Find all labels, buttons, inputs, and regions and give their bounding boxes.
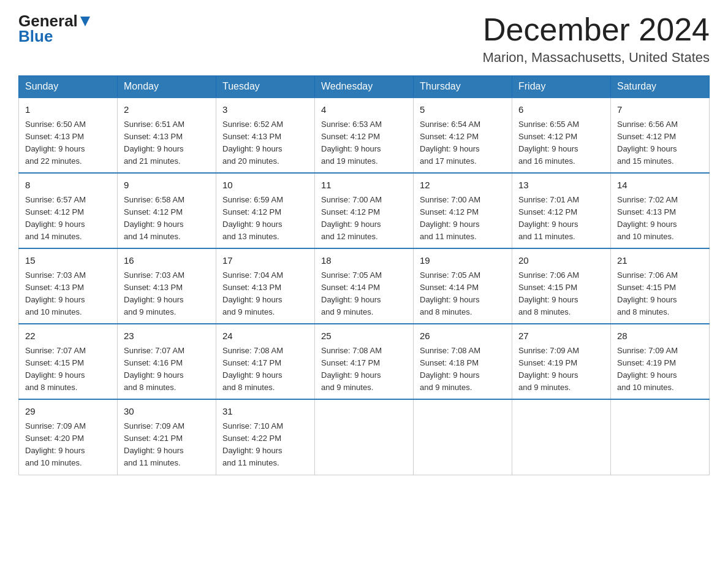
day-info: Sunrise: 7:09 AMSunset: 4:20 PMDaylight:… — [25, 420, 111, 470]
calendar-table: SundayMondayTuesdayWednesdayThursdayFrid… — [18, 75, 710, 475]
day-number: 8 — [25, 178, 111, 193]
header-day-thursday: Thursday — [414, 76, 512, 98]
header-day-friday: Friday — [512, 76, 611, 98]
header-day-saturday: Saturday — [611, 76, 710, 98]
day-number: 23 — [124, 329, 210, 343]
day-number: 16 — [124, 254, 210, 268]
header-day-tuesday: Tuesday — [216, 76, 315, 98]
calendar-cell: 26Sunrise: 7:08 AMSunset: 4:18 PMDayligh… — [414, 324, 512, 399]
day-info: Sunrise: 7:08 AMSunset: 4:18 PMDaylight:… — [420, 345, 506, 394]
calendar-cell: 31Sunrise: 7:10 AMSunset: 4:22 PMDayligh… — [216, 399, 315, 475]
calendar-week-row: 8Sunrise: 6:57 AMSunset: 4:12 PMDaylight… — [19, 173, 710, 248]
calendar-cell: 25Sunrise: 7:08 AMSunset: 4:17 PMDayligh… — [315, 324, 414, 399]
day-number: 6 — [518, 103, 604, 117]
calendar-cell: 9Sunrise: 6:58 AMSunset: 4:12 PMDaylight… — [118, 173, 216, 248]
calendar-week-row: 22Sunrise: 7:07 AMSunset: 4:15 PMDayligh… — [19, 324, 710, 399]
day-number: 9 — [124, 178, 210, 193]
svg-marker-0 — [80, 17, 90, 26]
calendar-cell: 28Sunrise: 7:09 AMSunset: 4:19 PMDayligh… — [611, 324, 710, 399]
calendar-cell: 18Sunrise: 7:05 AMSunset: 4:14 PMDayligh… — [315, 248, 414, 324]
logo-text-group: General Blue — [18, 12, 91, 45]
day-info: Sunrise: 7:07 AMSunset: 4:16 PMDaylight:… — [124, 345, 210, 394]
title-area: December 2024 Marion, Massachusetts, Uni… — [483, 12, 710, 66]
calendar-cell: 8Sunrise: 6:57 AMSunset: 4:12 PMDaylight… — [19, 173, 118, 248]
day-info: Sunrise: 7:08 AMSunset: 4:17 PMDaylight:… — [222, 345, 308, 394]
day-info: Sunrise: 6:58 AMSunset: 4:12 PMDaylight:… — [124, 194, 210, 243]
day-info: Sunrise: 7:07 AMSunset: 4:15 PMDaylight:… — [25, 345, 111, 394]
calendar-cell: 12Sunrise: 7:00 AMSunset: 4:12 PMDayligh… — [414, 173, 512, 248]
day-info: Sunrise: 7:10 AMSunset: 4:22 PMDaylight:… — [222, 420, 308, 470]
day-info: Sunrise: 7:05 AMSunset: 4:14 PMDaylight:… — [420, 269, 506, 319]
day-info: Sunrise: 6:59 AMSunset: 4:12 PMDaylight:… — [222, 194, 308, 243]
calendar-cell: 29Sunrise: 7:09 AMSunset: 4:20 PMDayligh… — [19, 399, 118, 475]
calendar-cell: 1Sunrise: 6:50 AMSunset: 4:13 PMDaylight… — [19, 98, 118, 173]
day-info: Sunrise: 6:56 AMSunset: 4:12 PMDaylight:… — [617, 118, 703, 168]
calendar-cell: 19Sunrise: 7:05 AMSunset: 4:14 PMDayligh… — [414, 248, 512, 324]
calendar-cell: 11Sunrise: 7:00 AMSunset: 4:12 PMDayligh… — [315, 173, 414, 248]
calendar-header-row: SundayMondayTuesdayWednesdayThursdayFrid… — [19, 76, 710, 98]
calendar-cell: 15Sunrise: 7:03 AMSunset: 4:13 PMDayligh… — [19, 248, 118, 324]
header-day-sunday: Sunday — [19, 76, 118, 98]
day-number: 19 — [420, 254, 506, 268]
calendar-cell: 21Sunrise: 7:06 AMSunset: 4:15 PMDayligh… — [611, 248, 710, 324]
day-info: Sunrise: 7:05 AMSunset: 4:14 PMDaylight:… — [321, 269, 407, 319]
day-info: Sunrise: 7:03 AMSunset: 4:13 PMDaylight:… — [124, 269, 210, 319]
header-day-wednesday: Wednesday — [315, 76, 414, 98]
calendar-cell: 3Sunrise: 6:52 AMSunset: 4:13 PMDaylight… — [216, 98, 315, 173]
calendar-cell: 27Sunrise: 7:09 AMSunset: 4:19 PMDayligh… — [512, 324, 611, 399]
day-number: 18 — [321, 254, 407, 268]
calendar-week-row: 1Sunrise: 6:50 AMSunset: 4:13 PMDaylight… — [19, 98, 710, 173]
day-number: 30 — [124, 405, 210, 419]
calendar-cell — [512, 399, 611, 475]
day-number: 12 — [420, 178, 506, 193]
day-number: 4 — [321, 103, 407, 117]
calendar-cell: 7Sunrise: 6:56 AMSunset: 4:12 PMDaylight… — [611, 98, 710, 173]
day-number: 29 — [25, 405, 111, 419]
day-number: 2 — [124, 103, 210, 117]
day-number: 11 — [321, 178, 407, 193]
day-number: 3 — [222, 103, 308, 117]
day-info: Sunrise: 7:06 AMSunset: 4:15 PMDaylight:… — [518, 269, 604, 319]
calendar-cell: 20Sunrise: 7:06 AMSunset: 4:15 PMDayligh… — [512, 248, 611, 324]
day-info: Sunrise: 7:09 AMSunset: 4:19 PMDaylight:… — [617, 345, 703, 394]
day-info: Sunrise: 7:06 AMSunset: 4:15 PMDaylight:… — [617, 269, 703, 319]
day-info: Sunrise: 7:03 AMSunset: 4:13 PMDaylight:… — [25, 269, 111, 319]
calendar-cell: 22Sunrise: 7:07 AMSunset: 4:15 PMDayligh… — [19, 324, 118, 399]
calendar-cell: 14Sunrise: 7:02 AMSunset: 4:13 PMDayligh… — [611, 173, 710, 248]
day-info: Sunrise: 6:54 AMSunset: 4:12 PMDaylight:… — [420, 118, 506, 168]
day-number: 24 — [222, 329, 308, 343]
day-info: Sunrise: 7:09 AMSunset: 4:19 PMDaylight:… — [518, 345, 604, 394]
calendar-week-row: 29Sunrise: 7:09 AMSunset: 4:20 PMDayligh… — [19, 399, 710, 475]
calendar-cell — [315, 399, 414, 475]
calendar-cell — [414, 399, 512, 475]
location-title: Marion, Massachusetts, United States — [483, 50, 710, 66]
day-info: Sunrise: 7:02 AMSunset: 4:13 PMDaylight:… — [617, 194, 703, 243]
calendar-cell: 4Sunrise: 6:53 AMSunset: 4:12 PMDaylight… — [315, 98, 414, 173]
page-header: General Blue December 2024 Marion, Massa… — [18, 12, 710, 66]
day-number: 27 — [518, 329, 604, 343]
calendar-cell: 5Sunrise: 6:54 AMSunset: 4:12 PMDaylight… — [414, 98, 512, 173]
header-day-monday: Monday — [118, 76, 216, 98]
logo-arrow-icon — [79, 15, 91, 28]
day-number: 26 — [420, 329, 506, 343]
day-number: 14 — [617, 178, 703, 193]
logo: General Blue — [18, 12, 91, 45]
day-number: 25 — [321, 329, 407, 343]
day-number: 28 — [617, 329, 703, 343]
day-info: Sunrise: 7:09 AMSunset: 4:21 PMDaylight:… — [124, 420, 210, 470]
calendar-cell: 2Sunrise: 6:51 AMSunset: 4:13 PMDaylight… — [118, 98, 216, 173]
calendar-cell: 13Sunrise: 7:01 AMSunset: 4:12 PMDayligh… — [512, 173, 611, 248]
day-info: Sunrise: 7:04 AMSunset: 4:13 PMDaylight:… — [222, 269, 308, 319]
calendar-cell: 10Sunrise: 6:59 AMSunset: 4:12 PMDayligh… — [216, 173, 315, 248]
logo-blue-text: Blue — [18, 28, 91, 45]
day-info: Sunrise: 6:50 AMSunset: 4:13 PMDaylight:… — [25, 118, 111, 168]
calendar-week-row: 15Sunrise: 7:03 AMSunset: 4:13 PMDayligh… — [19, 248, 710, 324]
day-info: Sunrise: 7:00 AMSunset: 4:12 PMDaylight:… — [420, 194, 506, 243]
day-number: 20 — [518, 254, 604, 268]
day-info: Sunrise: 7:01 AMSunset: 4:12 PMDaylight:… — [518, 194, 604, 243]
calendar-cell: 24Sunrise: 7:08 AMSunset: 4:17 PMDayligh… — [216, 324, 315, 399]
day-info: Sunrise: 6:52 AMSunset: 4:13 PMDaylight:… — [222, 118, 308, 168]
day-info: Sunrise: 7:08 AMSunset: 4:17 PMDaylight:… — [321, 345, 407, 394]
calendar-cell: 6Sunrise: 6:55 AMSunset: 4:12 PMDaylight… — [512, 98, 611, 173]
calendar-cell: 16Sunrise: 7:03 AMSunset: 4:13 PMDayligh… — [118, 248, 216, 324]
